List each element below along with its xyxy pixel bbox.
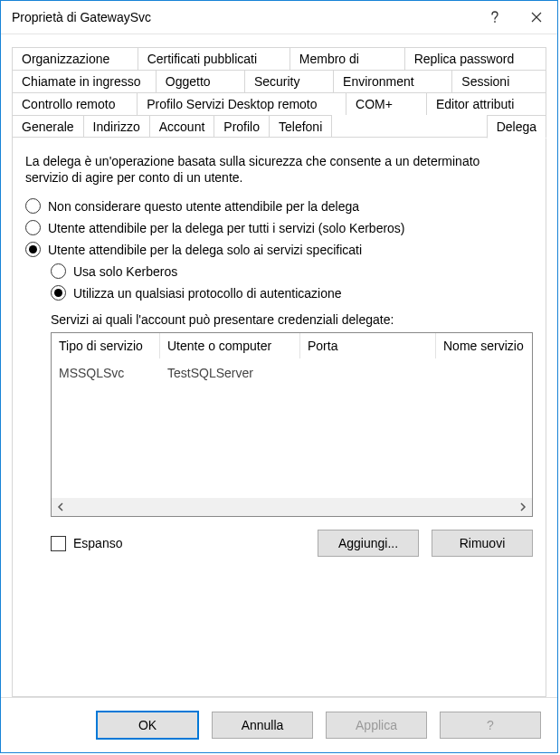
- services-list[interactable]: Tipo di servizio Utente o computer Porta…: [51, 332, 533, 517]
- intro-text: La delega è un'operazione basata sulla s…: [25, 154, 496, 186]
- tab-generale[interactable]: Generale: [12, 115, 84, 138]
- list-footer: Espanso Aggiungi... Rimuovi: [51, 530, 533, 557]
- scroll-right-icon[interactable]: [514, 498, 532, 516]
- radio-icon: [25, 198, 41, 214]
- ok-button[interactable]: OK: [96, 711, 199, 740]
- tab-oggetto[interactable]: Oggetto: [156, 70, 245, 92]
- remove-button[interactable]: Rimuovi: [432, 530, 533, 557]
- tab-account[interactable]: Account: [149, 115, 215, 138]
- titlebar: Proprietà di GatewaySvc: [1, 1, 557, 34]
- tab-editor-attributi[interactable]: Editor attributi: [426, 92, 546, 115]
- cell-user-computer: TestSQLServer: [160, 366, 300, 380]
- tab-chiamate-in-ingresso[interactable]: Chiamate in ingresso: [12, 70, 157, 92]
- window-title: Proprietà di GatewaySvc: [12, 10, 474, 24]
- list-body: MSSQLSvc TestSQLServer: [52, 358, 532, 387]
- radio-label: Utilizza un qualsiasi protocollo di aute…: [73, 286, 342, 301]
- tab-security[interactable]: Security: [244, 70, 334, 92]
- list-header: Tipo di servizio Utente o computer Porta…: [52, 333, 532, 358]
- tab-sessioni[interactable]: Sessioni: [451, 70, 546, 92]
- scroll-track[interactable]: [70, 498, 514, 516]
- tab-page-delega: La delega è un'operazione basata sulla s…: [12, 137, 546, 697]
- radio-any-service[interactable]: Utente attendibile per la delega per tut…: [25, 220, 533, 235]
- radio-icon: [25, 220, 41, 235]
- tab-telefoni[interactable]: Telefoni: [269, 115, 332, 138]
- radio-no-trust[interactable]: Non considerare questo utente attendibil…: [25, 198, 533, 214]
- tab-delega[interactable]: Delega: [487, 115, 546, 139]
- tab-environment[interactable]: Environment: [333, 70, 452, 92]
- add-button[interactable]: Aggiungi...: [318, 530, 419, 557]
- col-user-computer[interactable]: Utente o computer: [160, 333, 300, 358]
- radio-any-protocol[interactable]: Utilizza un qualsiasi protocollo di aute…: [51, 285, 533, 301]
- radio-specified-services[interactable]: Utente attendibile per la delega solo ai…: [25, 242, 533, 257]
- scroll-left-icon[interactable]: [52, 498, 70, 516]
- col-service-name[interactable]: Nome servizio: [436, 333, 532, 358]
- close-button[interactable]: [516, 1, 557, 33]
- radio-icon: [51, 285, 66, 301]
- help-titlebar-button[interactable]: [474, 1, 516, 33]
- radio-label: Utente attendibile per la delega solo ai…: [48, 243, 362, 257]
- cell-service-type: MSSQLSvc: [52, 366, 160, 380]
- client-area: Organizzazione Certificati pubblicati Me…: [1, 34, 557, 697]
- tab-profilo-servizi-desktop[interactable]: Profilo Servizi Desktop remoto: [137, 92, 346, 115]
- services-list-label: Servizi ai quali l'account può presentar…: [51, 312, 533, 327]
- dialog-window: Proprietà di GatewaySvc Organizzazione C…: [0, 0, 558, 753]
- radio-icon: [25, 242, 41, 257]
- table-row[interactable]: MSSQLSvc TestSQLServer: [52, 362, 532, 384]
- col-service-type[interactable]: Tipo di servizio: [52, 333, 160, 358]
- tab-com-plus[interactable]: COM+: [346, 92, 427, 115]
- tab-controllo-remoto[interactable]: Controllo remoto: [12, 92, 138, 115]
- tab-organizzazione[interactable]: Organizzazione: [12, 47, 138, 70]
- apply-button[interactable]: Applica: [326, 712, 427, 739]
- col-port[interactable]: Porta: [300, 333, 436, 358]
- radio-label: Non considerare questo utente attendibil…: [48, 199, 359, 214]
- tab-spacer: [332, 115, 487, 138]
- tab-profilo[interactable]: Profilo: [214, 115, 270, 138]
- radio-kerberos-only[interactable]: Usa solo Kerberos: [51, 263, 533, 279]
- tab-indirizzo[interactable]: Indirizzo: [83, 115, 150, 138]
- horizontal-scrollbar[interactable]: [52, 498, 532, 516]
- tab-control: Organizzazione Certificati pubblicati Me…: [12, 47, 546, 138]
- dialog-button-bar: OK Annulla Applica ?: [1, 697, 557, 752]
- radio-icon: [51, 263, 66, 279]
- radio-label: Utente attendibile per la delega per tut…: [48, 221, 405, 235]
- tab-membro-di[interactable]: Membro di: [289, 47, 405, 70]
- help-button[interactable]: ?: [440, 712, 541, 739]
- radio-label: Usa solo Kerberos: [73, 264, 177, 279]
- tab-replica-password[interactable]: Replica password: [404, 47, 546, 70]
- expanded-checkbox[interactable]: [51, 536, 66, 551]
- tab-certificati-pubblicati[interactable]: Certificati pubblicati: [138, 47, 290, 70]
- expanded-label: Espanso: [73, 536, 122, 550]
- cancel-button[interactable]: Annulla: [212, 712, 313, 739]
